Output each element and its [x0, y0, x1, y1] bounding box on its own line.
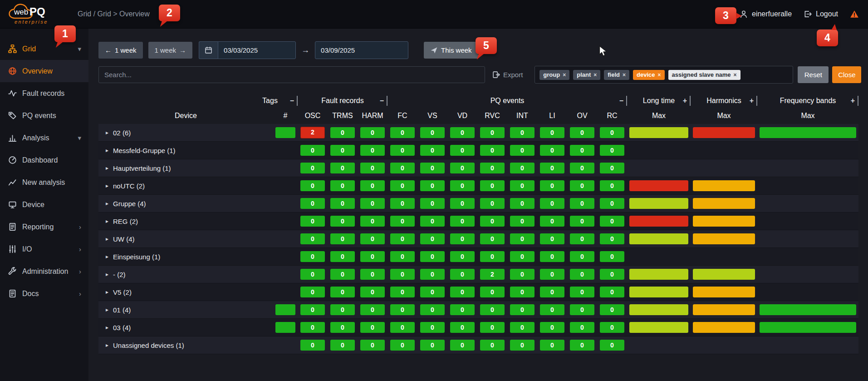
harmonics-max-bar[interactable] — [693, 180, 755, 191]
count-badge-rvc[interactable]: 0 — [480, 198, 505, 209]
count-badge-harm[interactable]: 0 — [360, 180, 385, 191]
this-week-button[interactable]: This week — [424, 42, 478, 59]
device-group-cell[interactable]: ▸Unassigned devices (1) — [98, 336, 273, 354]
count-badge-rc[interactable]: 0 — [600, 127, 624, 138]
harmonics-max-bar[interactable] — [693, 233, 755, 244]
count-badge-int[interactable]: 0 — [510, 163, 535, 173]
long-time-max-bar[interactable] — [629, 304, 688, 315]
count-badge-int[interactable]: 0 — [510, 269, 535, 280]
count-badge-int[interactable]: 0 — [510, 287, 535, 297]
count-badge-fc[interactable]: 0 — [390, 322, 415, 333]
count-badge-vs[interactable]: 0 — [420, 251, 445, 262]
reset-button[interactable]: Reset — [798, 66, 829, 83]
count-badge-osc[interactable]: 0 — [300, 251, 325, 262]
count-badge-li[interactable]: 0 — [540, 145, 564, 156]
long-time-max-bar[interactable] — [629, 216, 688, 227]
count-badge-rvc[interactable]: 2 — [480, 269, 505, 280]
count-badge-rvc[interactable]: 0 — [480, 304, 505, 315]
count-badge-li[interactable]: 0 — [540, 198, 564, 209]
prev-week-button[interactable]: ← 1 week — [98, 42, 143, 59]
expand-row-icon[interactable]: ▸ — [106, 218, 108, 224]
count-badge-rc[interactable]: 0 — [600, 251, 624, 262]
expand-row-icon[interactable]: ▸ — [106, 200, 108, 207]
count-badge-int[interactable]: 0 — [510, 322, 535, 333]
count-badge-vd[interactable]: 0 — [450, 163, 475, 173]
count-badge-trms[interactable]: 0 — [330, 304, 355, 315]
count-badge-fc[interactable]: 0 — [390, 233, 415, 244]
count-badge-rc[interactable]: 0 — [600, 145, 624, 156]
count-badge-fc[interactable]: 0 — [390, 269, 415, 280]
harmonics-max-bar[interactable] — [693, 216, 755, 227]
long-time-max-bar[interactable] — [629, 322, 688, 333]
count-badge-li[interactable]: 0 — [540, 251, 564, 262]
count-badge-rvc[interactable]: 0 — [480, 251, 505, 262]
count-badge-vs[interactable]: 0 — [420, 304, 445, 315]
count-badge-trms[interactable]: 0 — [330, 322, 355, 333]
sidebar-item-i-o[interactable]: I/O› — [0, 238, 88, 260]
harmonics-max-bar[interactable] — [693, 304, 755, 315]
count-badge-ov[interactable]: 0 — [570, 233, 594, 244]
count-badge-rvc[interactable]: 0 — [480, 180, 505, 191]
count-badge-vd[interactable]: 0 — [450, 287, 475, 297]
count-badge-trms[interactable]: 0 — [330, 287, 355, 297]
sidebar-item-analysis[interactable]: Analysis▾ — [0, 127, 88, 149]
count-badge-osc[interactable]: 0 — [300, 322, 325, 333]
count-badge-vd[interactable]: 0 — [450, 180, 475, 191]
count-badge-int[interactable]: 0 — [510, 340, 535, 351]
app-logo[interactable]: web PQ enterprise — [8, 3, 65, 25]
frequency-bands-max-bar[interactable] — [760, 322, 856, 333]
count-badge-fc[interactable]: 0 — [390, 304, 415, 315]
filter-tag-assigned-slave-name[interactable]: assigned slave name× — [668, 70, 740, 80]
count-badge-harm[interactable]: 0 — [360, 127, 385, 138]
logout-button[interactable]: Logout — [816, 10, 838, 18]
count-badge-osc[interactable]: 0 — [300, 304, 325, 315]
count-badge-ov[interactable]: 0 — [570, 216, 594, 227]
count-badge-osc[interactable]: 0 — [300, 198, 325, 209]
count-badge-trms[interactable]: 0 — [330, 163, 355, 173]
count-badge-rvc[interactable]: 0 — [480, 287, 505, 297]
count-badge-vs[interactable]: 0 — [420, 269, 445, 280]
sidebar-item-docs[interactable]: Docs› — [0, 282, 88, 305]
filter-tag-field[interactable]: field× — [604, 70, 629, 80]
count-badge-rvc[interactable]: 0 — [480, 163, 505, 173]
device-group-cell[interactable]: ▸Hauptverteilung (1) — [98, 159, 273, 177]
sidebar-item-reporting[interactable]: Reporting› — [0, 216, 88, 238]
count-badge-ov[interactable]: 0 — [570, 340, 594, 351]
count-badge-vs[interactable]: 0 — [420, 180, 445, 191]
count-badge-ov[interactable]: 0 — [570, 251, 594, 262]
count-badge-vd[interactable]: 0 — [450, 340, 475, 351]
count-badge-harm[interactable]: 0 — [360, 322, 385, 333]
count-badge-fc[interactable]: 0 — [390, 287, 415, 297]
count-badge-rvc[interactable]: 0 — [480, 127, 505, 138]
count-badge-vs[interactable]: 0 — [420, 127, 445, 138]
filter-tag-device[interactable]: device× — [633, 70, 665, 80]
expand-row-icon[interactable]: ▸ — [106, 183, 108, 189]
count-badge-rvc[interactable]: 0 — [480, 322, 505, 333]
count-badge-osc[interactable]: 0 — [300, 233, 325, 244]
device-group-cell[interactable]: ▸03 (4) — [98, 319, 273, 336]
count-badge-ov[interactable]: 0 — [570, 127, 594, 138]
device-group-cell[interactable]: ▸noUTC (2) — [98, 177, 273, 194]
date-from-input[interactable] — [218, 41, 296, 59]
remove-filter-icon[interactable]: × — [563, 72, 566, 78]
count-badge-rvc[interactable]: 0 — [480, 340, 505, 351]
search-input[interactable] — [98, 66, 485, 83]
count-badge-rvc[interactable]: 0 — [480, 233, 505, 244]
expand-row-icon[interactable]: ▸ — [106, 271, 108, 277]
count-badge-fc[interactable]: 0 — [390, 340, 415, 351]
count-badge-vd[interactable]: 0 — [450, 198, 475, 209]
expand-row-icon[interactable]: ▸ — [106, 253, 108, 260]
device-group-cell[interactable]: ▸UW (4) — [98, 230, 273, 247]
count-badge-harm[interactable]: 0 — [360, 251, 385, 262]
count-badge-rc[interactable]: 0 — [600, 269, 624, 280]
count-badge-vs[interactable]: 0 — [420, 198, 445, 209]
count-badge-li[interactable]: 0 — [540, 322, 564, 333]
count-badge-harm[interactable]: 0 — [360, 287, 385, 297]
device-group-cell[interactable]: ▸Einspeisung (1) — [98, 248, 273, 265]
count-badge-harm[interactable]: 0 — [360, 216, 385, 227]
remove-filter-icon[interactable]: × — [658, 72, 661, 78]
count-badge-osc[interactable]: 0 — [300, 180, 325, 191]
device-group-cell[interactable]: ▸02 (6) — [98, 124, 273, 141]
count-badge-harm[interactable]: 0 — [360, 233, 385, 244]
count-badge-trms[interactable]: 0 — [330, 216, 355, 227]
